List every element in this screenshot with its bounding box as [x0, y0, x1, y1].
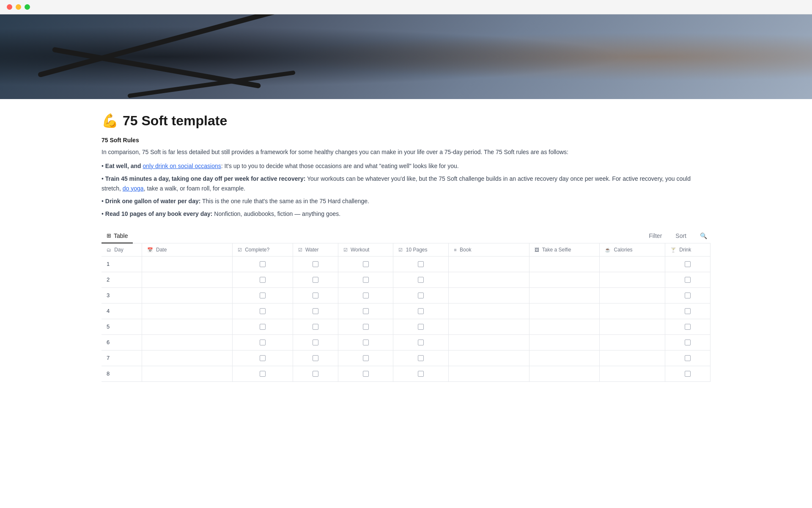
- cell-date[interactable]: [142, 366, 232, 381]
- checkbox-water[interactable]: [293, 272, 338, 287]
- filter-button[interactable]: Filter: [645, 230, 665, 242]
- checkbox-workout[interactable]: [338, 272, 393, 287]
- checkbox-box-workout[interactable]: [363, 371, 369, 377]
- cell-date[interactable]: [142, 272, 232, 287]
- checkbox-pages[interactable]: [393, 272, 448, 287]
- cell-book[interactable]: [449, 350, 529, 366]
- cell-drink[interactable]: [665, 287, 710, 303]
- checkbox-box-water[interactable]: [313, 371, 318, 377]
- cell-date[interactable]: [142, 287, 232, 303]
- checkbox-box-water[interactable]: [313, 355, 318, 361]
- cell-date[interactable]: [142, 256, 232, 272]
- cell-book[interactable]: [449, 319, 529, 334]
- cell-pages[interactable]: [393, 319, 449, 334]
- checkbox-box-drink[interactable]: [685, 371, 691, 377]
- checkbox-box-water[interactable]: [313, 308, 318, 314]
- rule1-link[interactable]: only drink on social occasions: [143, 163, 221, 169]
- checkbox-drink[interactable]: [665, 272, 710, 287]
- cell-complete[interactable]: [232, 350, 293, 366]
- checkbox-box-complete[interactable]: [260, 371, 266, 377]
- checkbox-box-drink[interactable]: [685, 261, 691, 267]
- cell-water[interactable]: [293, 319, 338, 334]
- maximize-button[interactable]: [25, 4, 30, 10]
- checkbox-water[interactable]: [293, 257, 338, 272]
- cell-book[interactable]: [449, 366, 529, 381]
- cell-calories[interactable]: [600, 334, 665, 350]
- checkbox-box-drink[interactable]: [685, 355, 691, 361]
- cell-drink[interactable]: [665, 256, 710, 272]
- checkbox-pages[interactable]: [393, 351, 448, 366]
- checkbox-drink[interactable]: [665, 351, 710, 366]
- cell-water[interactable]: [293, 334, 338, 350]
- cell-drink[interactable]: [665, 272, 710, 287]
- checkbox-box-drink[interactable]: [685, 324, 691, 330]
- checkbox-complete[interactable]: [233, 272, 293, 287]
- cell-complete[interactable]: [232, 256, 293, 272]
- checkbox-workout[interactable]: [338, 366, 393, 381]
- checkbox-pages[interactable]: [393, 304, 448, 319]
- checkbox-pages[interactable]: [393, 257, 448, 272]
- checkbox-box-complete[interactable]: [260, 308, 266, 314]
- cell-calories[interactable]: [600, 256, 665, 272]
- checkbox-water[interactable]: [293, 288, 338, 303]
- checkbox-workout[interactable]: [338, 319, 393, 334]
- cell-drink[interactable]: [665, 303, 710, 319]
- cell-date[interactable]: [142, 319, 232, 334]
- cell-workout[interactable]: [338, 319, 393, 334]
- checkbox-box-pages[interactable]: [418, 324, 424, 330]
- cell-date[interactable]: [142, 303, 232, 319]
- checkbox-workout[interactable]: [338, 288, 393, 303]
- checkbox-box-complete[interactable]: [260, 293, 266, 298]
- checkbox-box-drink[interactable]: [685, 340, 691, 345]
- checkbox-box-drink[interactable]: [685, 308, 691, 314]
- cell-pages[interactable]: [393, 334, 449, 350]
- cell-water[interactable]: [293, 256, 338, 272]
- cell-calories[interactable]: [600, 366, 665, 381]
- checkbox-workout[interactable]: [338, 335, 393, 350]
- cell-pages[interactable]: [393, 303, 449, 319]
- cell-book[interactable]: [449, 303, 529, 319]
- checkbox-drink[interactable]: [665, 257, 710, 272]
- cell-book[interactable]: [449, 256, 529, 272]
- cell-calories[interactable]: [600, 287, 665, 303]
- cell-selfie[interactable]: [529, 350, 600, 366]
- checkbox-box-workout[interactable]: [363, 308, 369, 314]
- table-tab[interactable]: ⊞ Table: [102, 229, 133, 243]
- rule2-link[interactable]: do yoga: [123, 185, 144, 192]
- checkbox-pages[interactable]: [393, 288, 448, 303]
- checkbox-complete[interactable]: [233, 288, 293, 303]
- checkbox-box-complete[interactable]: [260, 261, 266, 267]
- checkbox-box-water[interactable]: [313, 261, 318, 267]
- cell-selfie[interactable]: [529, 287, 600, 303]
- checkbox-water[interactable]: [293, 335, 338, 350]
- checkbox-drink[interactable]: [665, 319, 710, 334]
- checkbox-box-water[interactable]: [313, 293, 318, 298]
- checkbox-complete[interactable]: [233, 366, 293, 381]
- cell-complete[interactable]: [232, 366, 293, 381]
- cell-calories[interactable]: [600, 350, 665, 366]
- checkbox-box-pages[interactable]: [418, 261, 424, 267]
- cell-pages[interactable]: [393, 287, 449, 303]
- cell-workout[interactable]: [338, 366, 393, 381]
- checkbox-box-pages[interactable]: [418, 340, 424, 345]
- cell-workout[interactable]: [338, 272, 393, 287]
- checkbox-box-workout[interactable]: [363, 261, 369, 267]
- checkbox-box-complete[interactable]: [260, 355, 266, 361]
- checkbox-box-workout[interactable]: [363, 277, 369, 283]
- cell-pages[interactable]: [393, 366, 449, 381]
- checkbox-box-pages[interactable]: [418, 355, 424, 361]
- cell-water[interactable]: [293, 366, 338, 381]
- checkbox-workout[interactable]: [338, 304, 393, 319]
- cell-pages[interactable]: [393, 272, 449, 287]
- cell-pages[interactable]: [393, 256, 449, 272]
- cell-calories[interactable]: [600, 319, 665, 334]
- cell-water[interactable]: [293, 350, 338, 366]
- cell-complete[interactable]: [232, 319, 293, 334]
- checkbox-box-workout[interactable]: [363, 340, 369, 345]
- checkbox-water[interactable]: [293, 366, 338, 381]
- cell-water[interactable]: [293, 272, 338, 287]
- cell-complete[interactable]: [232, 272, 293, 287]
- checkbox-water[interactable]: [293, 304, 338, 319]
- cell-workout[interactable]: [338, 303, 393, 319]
- checkbox-pages[interactable]: [393, 335, 448, 350]
